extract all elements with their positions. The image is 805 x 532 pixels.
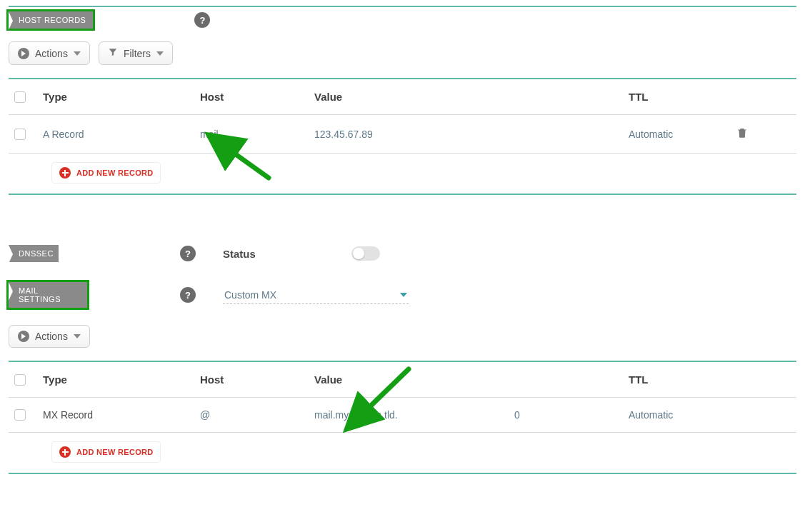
cell-type[interactable]: MX Record	[43, 409, 200, 421]
mail-settings-controls: Actions	[9, 325, 796, 348]
mail-settings-select[interactable]: Custom MX	[223, 286, 409, 304]
delete-row-button[interactable]	[736, 126, 779, 141]
chevron-down-icon	[74, 334, 81, 338]
dnssec-status-label: Status	[223, 248, 351, 260]
help-icon[interactable]: ?	[194, 12, 210, 28]
filters-button-label: Filters	[124, 48, 151, 59]
funnel-icon	[108, 47, 118, 59]
table-row: MX Record @ mail.mydomain.tld. 0 Automat…	[9, 398, 796, 432]
host-records-header-row: HOST RECORDS ?	[9, 11, 796, 29]
col-type: Type	[43, 91, 200, 103]
dnssec-row: DNSSEC ? Status	[9, 245, 796, 262]
host-records-tab[interactable]: HOST RECORDS	[9, 11, 93, 29]
cell-priority[interactable]: 0	[514, 409, 629, 421]
add-new-record-label: ADD NEW RECORD	[76, 448, 153, 456]
table-bottom-divider	[9, 473, 796, 474]
select-all-checkbox[interactable]	[14, 91, 26, 103]
col-type: Type	[43, 373, 200, 386]
host-records-tab-label: HOST RECORDS	[19, 16, 86, 24]
actions-button-label: Actions	[35, 48, 68, 59]
col-host: Host	[200, 91, 314, 103]
section-top-divider	[9, 6, 796, 7]
select-all-checkbox[interactable]	[14, 374, 26, 386]
cell-type[interactable]: A Record	[43, 129, 200, 140]
chevron-right-icon	[9, 245, 13, 264]
cell-value[interactable]: mail.mydomain.tld.	[314, 409, 514, 421]
help-icon[interactable]: ?	[180, 287, 196, 303]
plus-icon	[59, 167, 71, 179]
add-new-record-button[interactable]: ADD NEW RECORD	[51, 441, 161, 463]
table-bottom-divider	[9, 194, 796, 195]
mail-records-table: Type Host Value TTL MX Record @ mail.myd…	[9, 361, 796, 474]
mail-records-thead: Type Host Value TTL	[9, 362, 796, 397]
play-icon	[18, 331, 29, 342]
add-row-container: ADD NEW RECORD	[9, 154, 796, 194]
cell-value[interactable]: 123.45.67.89	[314, 129, 629, 140]
col-value: Value	[314, 373, 514, 386]
col-value: Value	[314, 91, 629, 103]
actions-button-label: Actions	[35, 331, 68, 342]
chevron-down-icon	[400, 293, 407, 297]
cell-ttl[interactable]: Automatic	[629, 409, 736, 421]
chevron-right-icon	[9, 11, 13, 30]
col-ttl: TTL	[629, 91, 736, 103]
dnssec-tab-label: DNSSEC	[19, 249, 54, 258]
mail-settings-row: MAIL SETTINGS ? Custom MX	[9, 282, 796, 308]
play-icon	[18, 48, 29, 59]
host-records-thead: Type Host Value TTL	[9, 79, 796, 114]
dnssec-toggle[interactable]	[351, 246, 380, 261]
cell-host[interactable]: @	[200, 409, 314, 421]
dnssec-tab[interactable]: DNSSEC	[9, 245, 59, 262]
filters-button[interactable]: Filters	[99, 41, 173, 65]
col-host: Host	[200, 373, 314, 386]
chevron-down-icon	[156, 51, 164, 56]
cell-host[interactable]: mail	[200, 129, 314, 140]
chevron-down-icon	[74, 51, 81, 56]
col-ttl: TTL	[629, 373, 736, 386]
row-checkbox[interactable]	[14, 129, 26, 140]
mail-settings-tab-label: MAIL SETTINGS	[19, 286, 80, 303]
help-icon[interactable]: ?	[180, 246, 196, 261]
row-checkbox[interactable]	[14, 409, 26, 421]
chevron-right-icon	[9, 282, 13, 301]
host-records-controls: Actions Filters	[9, 41, 796, 65]
plus-icon	[59, 446, 71, 458]
mail-settings-select-value: Custom MX	[224, 289, 276, 301]
mail-settings-tab[interactable]: MAIL SETTINGS	[9, 282, 87, 308]
add-new-record-button[interactable]: ADD NEW RECORD	[51, 162, 161, 184]
host-records-table: Type Host Value TTL A Record mail 123.45…	[9, 78, 796, 195]
table-row: A Record mail 123.45.67.89 Automatic	[9, 115, 796, 153]
cell-ttl[interactable]: Automatic	[629, 129, 736, 140]
add-new-record-label: ADD NEW RECORD	[76, 169, 153, 177]
actions-button[interactable]: Actions	[9, 41, 90, 65]
add-row-container: ADD NEW RECORD	[9, 433, 796, 473]
actions-button[interactable]: Actions	[9, 325, 90, 348]
